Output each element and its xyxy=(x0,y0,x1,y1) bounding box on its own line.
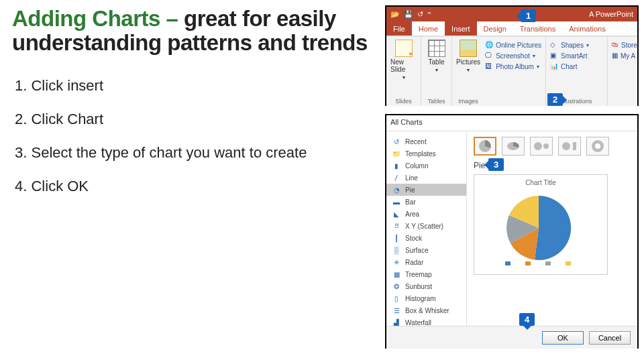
cat-surface[interactable]: ▒Surface xyxy=(386,244,466,256)
chart-icon: 📊 xyxy=(550,62,558,70)
group-addins: 🛍Store ▦My A xyxy=(608,37,637,106)
cat-column[interactable]: ▮Column xyxy=(386,160,466,172)
tab-animations[interactable]: Animations xyxy=(562,21,612,36)
svg-rect-5 xyxy=(573,142,576,150)
pictures-button[interactable]: Pictures ▾ xyxy=(456,40,480,73)
subtype-pie[interactable] xyxy=(474,137,496,156)
cat-area[interactable]: ◣Area xyxy=(386,208,466,220)
svg-point-2 xyxy=(534,142,542,150)
svg-point-7 xyxy=(595,143,600,149)
addins-icon: ▦ xyxy=(612,52,618,60)
tab-design[interactable]: Design xyxy=(477,21,513,36)
templates-icon: 📁 xyxy=(392,149,401,158)
histogram-icon: ▯ xyxy=(392,294,401,302)
store-button[interactable]: 🛍Store xyxy=(612,41,633,49)
save-icon[interactable]: 💾 xyxy=(404,10,413,19)
new-slide-button[interactable]: ✶ New Slide ▾ xyxy=(390,40,417,80)
svg-rect-9 xyxy=(525,261,531,265)
online-pictures-icon: 🌐 xyxy=(485,41,493,49)
pie-chart-svg xyxy=(478,186,599,267)
smartart-icon: ▣ xyxy=(550,52,558,60)
cat-radar[interactable]: ✳Radar xyxy=(386,256,466,268)
my-addins-button[interactable]: ▦My A xyxy=(612,52,633,60)
smartart-button[interactable]: ▣SmartArt xyxy=(550,52,603,60)
cat-recent[interactable]: ↺Recent xyxy=(386,135,466,147)
callout-4: 4 xyxy=(519,313,535,326)
cat-scatter[interactable]: ⠿X Y (Scatter) xyxy=(386,220,466,232)
callout-2: 2 xyxy=(547,93,563,106)
online-pictures-button[interactable]: 🌐Online Pictures xyxy=(485,41,541,49)
quick-access-toolbar: 📂 💾 ↺ ⁼ A PowerPoint xyxy=(386,7,637,21)
cat-stock[interactable]: ┃Stock xyxy=(386,232,466,244)
chart-preview-title: Chart Title xyxy=(478,179,603,186)
box-whisker-icon: ☰ xyxy=(392,306,401,314)
shapes-icon: ◇ xyxy=(550,41,558,49)
images-mini-buttons: 🌐Online Pictures 🖵Screenshot ▾ 🖼Photo Al… xyxy=(485,40,541,105)
store-icon: 🛍 xyxy=(612,41,619,49)
scatter-icon: ⠿ xyxy=(392,222,401,230)
radar-icon: ✳ xyxy=(392,258,401,266)
ribbon-body: ✶ New Slide ▾ Slides Table ▾ Tables Pict… xyxy=(386,36,637,106)
cat-pie[interactable]: ◔Pie xyxy=(386,184,466,196)
cat-histogram[interactable]: ▯Histogram xyxy=(386,292,466,304)
table-icon xyxy=(428,40,445,57)
ok-button[interactable]: OK xyxy=(542,331,584,345)
chart-category-list: ↺Recent 📁Templates ▮Column 〳Line ◔Pie ▬B… xyxy=(386,131,467,326)
recent-icon: ↺ xyxy=(392,137,401,145)
cancel-button[interactable]: Cancel xyxy=(589,331,631,345)
table-button[interactable]: Table ▾ xyxy=(425,40,447,73)
subtype-pie-of-pie[interactable] xyxy=(530,137,553,156)
bar-icon: ▬ xyxy=(392,198,401,206)
cat-sunburst[interactable]: ❂Sunburst xyxy=(386,280,466,292)
chart-button[interactable]: 📊Chart xyxy=(550,62,603,70)
callout-3: 3 xyxy=(488,158,504,171)
new-slide-icon: ✶ xyxy=(395,40,413,57)
undo-icon[interactable]: ↺ xyxy=(417,10,423,19)
stock-icon: ┃ xyxy=(392,234,401,242)
waterfall-icon: ▟ xyxy=(392,318,401,326)
svg-point-3 xyxy=(543,143,549,149)
dialog-tab[interactable]: All Charts xyxy=(386,115,637,131)
pie-icon: ◔ xyxy=(392,186,401,194)
pictures-icon xyxy=(460,40,477,57)
subtype-bar-of-pie[interactable] xyxy=(558,137,581,156)
svg-rect-11 xyxy=(566,261,571,265)
cat-bar[interactable]: ▬Bar xyxy=(386,196,466,208)
sunburst-icon: ❂ xyxy=(392,282,401,290)
cat-treemap[interactable]: ▦Treemap xyxy=(386,268,466,280)
tab-insert[interactable]: Insert xyxy=(445,21,477,36)
tab-home[interactable]: Home xyxy=(412,21,445,36)
folder-open-icon[interactable]: 📂 xyxy=(390,10,400,19)
tab-file[interactable]: File xyxy=(386,21,412,36)
insert-chart-dialog: All Charts ↺Recent 📁Templates ▮Column 〳L… xyxy=(385,114,639,349)
shapes-button[interactable]: ◇Shapes▾ xyxy=(550,41,603,49)
svg-rect-8 xyxy=(505,261,511,265)
photo-album-button[interactable]: 🖼Photo Album ▾ xyxy=(485,62,541,70)
svg-rect-10 xyxy=(545,261,551,265)
cat-boxwhisker[interactable]: ☰Box & Whisker xyxy=(386,304,466,316)
ribbon-tabs: File Home Insert Design Transitions Anim… xyxy=(386,21,637,36)
chart-preview: Chart Title xyxy=(474,174,608,275)
group-images: Pictures ▾ Images 🌐Online Pictures 🖵Scre… xyxy=(452,37,546,106)
line-icon: 〳 xyxy=(392,174,401,182)
screenshot-button[interactable]: 🖵Screenshot ▾ xyxy=(485,52,541,60)
group-tables: Table ▾ Tables xyxy=(421,37,452,106)
subtype-doughnut[interactable] xyxy=(586,137,609,156)
slide-title: Adding Charts – great for easily underst… xyxy=(12,7,374,56)
cat-waterfall[interactable]: ▟Waterfall xyxy=(386,316,466,326)
customize-icon[interactable]: ⁼ xyxy=(427,10,431,19)
subtype-pie-3d[interactable] xyxy=(502,137,525,156)
surface-icon: ▒ xyxy=(392,246,401,254)
cat-templates[interactable]: 📁Templates xyxy=(386,147,466,160)
photo-album-icon: 🖼 xyxy=(485,62,493,70)
tab-transitions[interactable]: Transitions xyxy=(513,21,562,36)
area-icon: ◣ xyxy=(392,210,401,218)
ribbon-screenshot: 📂 💾 ↺ ⁼ A PowerPoint File Home Insert De… xyxy=(385,5,639,106)
column-icon: ▮ xyxy=(392,162,401,170)
callout-1: 1 xyxy=(521,9,536,22)
app-title-hint: A PowerPoint xyxy=(589,10,633,18)
dialog-footer: OK Cancel xyxy=(386,326,637,349)
cat-line[interactable]: 〳Line xyxy=(386,172,466,184)
svg-point-4 xyxy=(562,142,570,150)
title-green: Adding Charts – xyxy=(12,6,184,31)
